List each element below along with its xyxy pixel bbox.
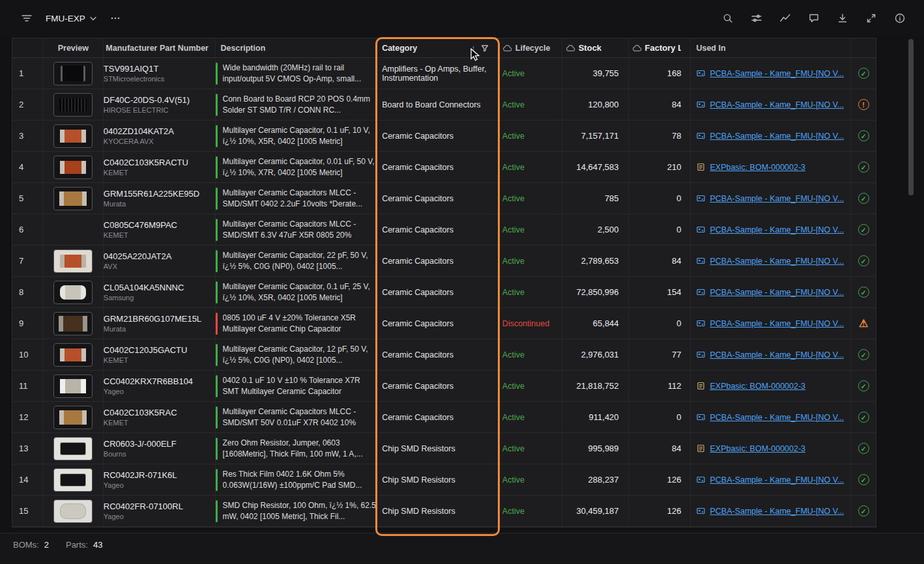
table-row[interactable]: 14 RC0402JR-071K6L Yageo Res Thick Film … xyxy=(12,464,876,496)
preview-cell[interactable] xyxy=(44,89,104,120)
column-header-preview[interactable]: Preview xyxy=(44,38,104,57)
used-in-cell[interactable]: PCBA-Sample - Kame_FMU-[NO V... xyxy=(691,402,851,432)
used-in-link[interactable]: PCBA-Sample - Kame_FMU-[NO V... xyxy=(710,225,844,234)
expand-icon[interactable] xyxy=(861,8,881,28)
column-header-lifecycle[interactable]: Lifecycle xyxy=(498,38,562,57)
used-in-cell[interactable]: PCBA-Sample - Kame_FMU-[NO V... xyxy=(691,214,851,245)
download-icon[interactable] xyxy=(833,8,852,28)
lifecycle-badge: Active xyxy=(502,69,525,78)
used-in-link[interactable]: PCBA-Sample - Kame_FMU-[NO V... xyxy=(710,69,844,78)
table-row[interactable]: 12 C0402C103K5RAC KEMET Multilayer Ceram… xyxy=(12,402,876,433)
preview-cell[interactable] xyxy=(44,246,104,276)
row-health-icon: ✓ xyxy=(858,474,869,485)
table-row[interactable]: 11 CC0402KRX7R6BB104 Yageo 0402 0.1 uF 1… xyxy=(12,371,876,402)
column-header-mpn[interactable]: Manufacturer Part Number xyxy=(104,38,216,57)
part-preview-image xyxy=(53,124,93,148)
table-row[interactable]: 10 C0402C120J5GACTU KEMET Multilayer Cer… xyxy=(12,339,876,371)
column-header-used-in[interactable]: Used In xyxy=(691,38,851,57)
mpn-cell[interactable]: RC0402JR-071K6L Yageo xyxy=(104,464,216,495)
mpn-cell[interactable]: 04025A220JAT2A AVX xyxy=(104,246,216,276)
used-in-link[interactable]: PCBA-Sample - Kame_FMU-[NO V... xyxy=(710,507,844,516)
preview-cell[interactable] xyxy=(44,371,104,401)
table-row[interactable]: 9 GRM21BR60G107ME15L Murata 0805 100 uF … xyxy=(12,308,876,339)
used-in-cell[interactable]: PCBA-Sample - Kame_FMU-[NO V... xyxy=(691,339,851,370)
comment-icon[interactable] xyxy=(804,8,824,28)
used-in-cell[interactable]: PCBA-Sample - Kame_FMU-[NO V... xyxy=(691,246,851,276)
used-in-cell[interactable]: PCBA-Sample - Kame_FMU-[NO V... xyxy=(691,120,851,151)
bom-selector[interactable]: FMU-EXP xyxy=(46,14,96,23)
mpn-cell[interactable]: CC0402KRX7R6BB104 Yageo xyxy=(104,371,216,401)
table-row[interactable]: 6 C0805C476M9PAC KEMET Multilayer Cerami… xyxy=(12,214,876,246)
preview-cell[interactable] xyxy=(44,433,104,464)
info-icon[interactable] xyxy=(890,8,910,28)
used-in-link[interactable]: EXPbasic: BOM-000002-3 xyxy=(710,163,805,172)
mpn-cell[interactable]: C0402C103K5RACTU KEMET xyxy=(104,152,216,182)
preview-cell[interactable] xyxy=(44,183,104,214)
table-row[interactable]: 8 CL05A104KA5NNNC Samsung Multilayer Cer… xyxy=(12,277,876,308)
used-in-cell[interactable]: EXPbasic: BOM-000002-3 xyxy=(691,371,851,401)
preview-cell[interactable] xyxy=(44,339,104,370)
table-row[interactable]: 2 DF40C-20DS-0.4V(51) HIROSE ELECTRIC Co… xyxy=(12,89,876,120)
table-row[interactable]: 4 C0402C103K5RACTU KEMET Multilayer Cera… xyxy=(12,152,876,183)
used-in-link[interactable]: PCBA-Sample - Kame_FMU-[NO V... xyxy=(710,100,844,109)
used-in-link[interactable]: PCBA-Sample - Kame_FMU-[NO V... xyxy=(710,132,844,141)
mpn-cell[interactable]: RC0402FR-07100RL Yageo xyxy=(104,496,216,526)
more-dots-icon[interactable] xyxy=(106,8,125,28)
preview-cell[interactable] xyxy=(44,277,104,307)
mpn-cell[interactable]: C0805C476M9PAC KEMET xyxy=(104,214,216,245)
preview-cell[interactable] xyxy=(44,496,104,526)
preview-cell[interactable] xyxy=(44,58,104,89)
preview-cell[interactable] xyxy=(44,120,104,151)
column-header-factory-lead[interactable]: Factory Lead xyxy=(629,38,691,57)
filter-icon[interactable] xyxy=(17,8,36,28)
search-icon[interactable] xyxy=(718,8,738,28)
used-in-link[interactable]: PCBA-Sample - Kame_FMU-[NO V... xyxy=(710,288,844,297)
table-row[interactable]: 15 RC0402FR-07100RL Yageo SMD Chip Resis… xyxy=(12,496,876,527)
column-header-stock[interactable]: Stock xyxy=(562,38,629,57)
preview-cell[interactable] xyxy=(44,308,104,339)
mpn-cell[interactable]: GRM155R61A225KE95D Murata xyxy=(104,183,216,214)
mpn-cell[interactable]: C0402C120J5GACTU KEMET xyxy=(104,339,216,370)
used-in-cell[interactable]: PCBA-Sample - Kame_FMU-[NO V... xyxy=(691,183,851,214)
table-row[interactable]: 13 CR0603-J/-000ELF Bourns Zero Ohm Resi… xyxy=(12,433,876,464)
used-in-link[interactable]: PCBA-Sample - Kame_FMU-[NO V... xyxy=(710,413,844,422)
used-in-link[interactable]: EXPbasic: BOM-000002-3 xyxy=(710,444,805,453)
column-filter-icon[interactable] xyxy=(481,44,489,52)
used-in-cell[interactable]: PCBA-Sample - Kame_FMU-[NO V... xyxy=(691,496,851,526)
used-in-link[interactable]: PCBA-Sample - Kame_FMU-[NO V... xyxy=(710,194,844,203)
vertical-scrollbar[interactable] xyxy=(908,39,914,195)
mpn-cell[interactable]: DF40C-20DS-0.4V(51) HIROSE ELECTRIC xyxy=(104,89,216,120)
used-in-cell[interactable]: EXPbasic: BOM-000002-3 xyxy=(691,433,851,464)
chart-icon[interactable] xyxy=(775,8,795,28)
mpn-cell[interactable]: C0402C103K5RAC KEMET xyxy=(104,402,216,432)
sort-ascending-icon[interactable]: ↑ xyxy=(471,43,476,53)
used-in-cell[interactable]: PCBA-Sample - Kame_FMU-[NO V... xyxy=(691,464,851,495)
used-in-cell[interactable]: PCBA-Sample - Kame_FMU-[NO V... xyxy=(691,89,851,120)
table-row[interactable]: 5 GRM155R61A225KE95D Murata Multilayer C… xyxy=(12,183,876,214)
used-in-link[interactable]: PCBA-Sample - Kame_FMU-[NO V... xyxy=(710,475,844,485)
preview-cell[interactable] xyxy=(44,402,104,432)
used-in-link[interactable]: PCBA-Sample - Kame_FMU-[NO V... xyxy=(710,350,844,360)
used-in-cell[interactable]: PCBA-Sample - Kame_FMU-[NO V... xyxy=(691,308,851,339)
column-header-category[interactable]: Category ↑ xyxy=(378,38,498,57)
used-in-link[interactable]: EXPbasic: BOM-000002-3 xyxy=(710,382,805,391)
table-row[interactable]: 1 TSV991AIQ1T STMicroelectronics Wide ba… xyxy=(12,58,876,89)
used-in-cell[interactable]: PCBA-Sample - Kame_FMU-[NO V... xyxy=(691,58,851,89)
preview-cell[interactable] xyxy=(44,214,104,245)
preview-cell[interactable] xyxy=(44,152,104,182)
column-header-description[interactable]: Description xyxy=(216,38,379,57)
table-row[interactable]: 7 04025A220JAT2A AVX Multilayer Ceramic … xyxy=(12,246,876,277)
tune-icon[interactable] xyxy=(747,8,766,28)
used-in-cell[interactable]: PCBA-Sample - Kame_FMU-[NO V... xyxy=(691,277,851,307)
category-cell: Ceramic Capacitors xyxy=(378,120,498,151)
mpn-cell[interactable]: CR0603-J/-000ELF Bourns xyxy=(104,433,216,464)
used-in-link[interactable]: PCBA-Sample - Kame_FMU-[NO V... xyxy=(710,257,844,266)
mpn-cell[interactable]: TSV991AIQ1T STMicroelectronics xyxy=(104,58,216,89)
used-in-link[interactable]: PCBA-Sample - Kame_FMU-[NO V... xyxy=(710,319,844,328)
preview-cell[interactable] xyxy=(44,464,104,495)
mpn-cell[interactable]: 0402ZD104KAT2A KYOCERA AVX xyxy=(104,120,216,151)
table-row[interactable]: 3 0402ZD104KAT2A KYOCERA AVX Multilayer … xyxy=(12,120,876,152)
mpn-cell[interactable]: CL05A104KA5NNNC Samsung xyxy=(104,277,216,307)
used-in-cell[interactable]: EXPbasic: BOM-000002-3 xyxy=(691,152,851,182)
mpn-cell[interactable]: GRM21BR60G107ME15L Murata xyxy=(104,308,216,339)
